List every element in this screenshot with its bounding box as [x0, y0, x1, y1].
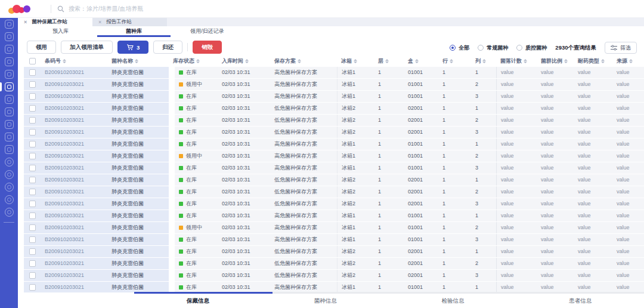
- row-checkbox[interactable]: [29, 69, 36, 76]
- sort-icon[interactable]: [564, 59, 568, 63]
- row-checkbox[interactable]: [29, 105, 36, 112]
- search-input[interactable]: 搜索：涂片/培养皿/血培养瓶: [57, 4, 144, 14]
- table-row[interactable]: B200910203021肺炎克雷伯菌在库02/03 10:31高危菌种保存方案…: [24, 67, 644, 78]
- sort-icon[interactable]: [135, 59, 138, 63]
- table-row[interactable]: B200910203021肺炎克雷伯菌在库02/03 10:31低危菌种保存方案…: [24, 115, 644, 126]
- table-row[interactable]: B200910203021肺炎克雷伯菌在库02/03 10:31低危菌种保存方案…: [24, 127, 644, 138]
- sort-icon[interactable]: [601, 59, 605, 63]
- row-checkbox[interactable]: [29, 284, 36, 291]
- column-header-10[interactable]: 列: [471, 55, 496, 67]
- column-header-3[interactable]: 库存状态: [169, 55, 218, 67]
- subtab-strain-library[interactable]: 菌种库: [97, 26, 171, 37]
- sort-icon[interactable]: [415, 59, 419, 63]
- tab-report-workstation[interactable]: × 报告工作站: [92, 18, 167, 26]
- subtab-pre-inbound[interactable]: 预入库: [24, 26, 97, 37]
- sidebar-item-image[interactable]: [0, 56, 18, 68]
- footer-tab-patient-info[interactable]: 患者信息: [516, 294, 644, 308]
- sidebar-item-message[interactable]: [0, 168, 18, 181]
- row-checkbox[interactable]: [29, 129, 36, 135]
- close-icon[interactable]: ×: [24, 20, 27, 25]
- close-icon[interactable]: ×: [98, 20, 101, 25]
- column-header-8[interactable]: 盒: [404, 55, 438, 67]
- sort-icon[interactable]: [450, 59, 453, 63]
- cart-button[interactable]: 3: [117, 41, 148, 54]
- sidebar-item-bell[interactable]: [0, 193, 18, 206]
- row-checkbox[interactable]: [29, 224, 36, 231]
- column-header-14[interactable]: 来源: [612, 55, 644, 67]
- table-row[interactable]: B200910203021肺炎克雷伯菌领用中02/03 10:31高危菌种保存方…: [24, 222, 644, 233]
- row-checkbox[interactable]: [29, 81, 36, 88]
- sidebar-item-chat-gear[interactable]: [0, 43, 18, 56]
- sidebar-item-doc-gear[interactable]: [0, 106, 18, 118]
- row-checkbox[interactable]: [29, 272, 36, 279]
- row-checkbox[interactable]: [29, 212, 36, 219]
- filter-button[interactable]: 筛选: [605, 42, 637, 54]
- radio-all[interactable]: 全部: [450, 44, 469, 52]
- sidebar-item-calculator[interactable]: [0, 131, 18, 143]
- sidebar-item-doc-chart[interactable]: [0, 143, 18, 156]
- column-header-5[interactable]: 保存方案: [270, 55, 337, 67]
- select-all-checkbox[interactable]: [29, 58, 36, 64]
- footer-tab-test-info[interactable]: 检验信息: [389, 294, 517, 308]
- column-header-12[interactable]: 菌群比例: [537, 55, 574, 67]
- column-header-6[interactable]: 冰箱: [337, 55, 374, 67]
- sort-icon[interactable]: [63, 59, 66, 63]
- table-row[interactable]: B200910203021肺炎克雷伯菌在库02/03 10:31低危菌种保存方案…: [24, 103, 644, 114]
- sort-icon[interactable]: [354, 59, 357, 63]
- column-header-7[interactable]: 层: [374, 55, 404, 67]
- table-row[interactable]: B200910203021肺炎克雷伯菌在库02/03 10:31低危菌种保存方案…: [24, 186, 644, 198]
- table-row[interactable]: B200910203021肺炎克雷伯菌在库02/03 10:31高危菌种保存方案…: [24, 162, 644, 174]
- row-checkbox[interactable]: [29, 177, 36, 183]
- row-checkbox[interactable]: [29, 165, 36, 171]
- table-row[interactable]: B200910203021肺炎克雷伯菌领用中02/03 10:31高危菌种保存方…: [24, 150, 644, 162]
- row-checkbox[interactable]: [29, 93, 36, 100]
- claim-button[interactable]: 领用: [27, 41, 56, 54]
- sort-icon[interactable]: [385, 59, 389, 63]
- row-checkbox[interactable]: [29, 260, 36, 267]
- row-checkbox[interactable]: [29, 153, 36, 159]
- row-checkbox[interactable]: [29, 248, 36, 255]
- footer-tab-strain-info[interactable]: 菌种信息: [262, 294, 389, 308]
- sort-icon[interactable]: [245, 59, 249, 63]
- table-row[interactable]: B200910203021肺炎克雷伯菌在库02/03 10:31高危菌种保存方案…: [24, 138, 644, 150]
- table-row[interactable]: B200910203021肺炎克雷伯菌领用中02/03 10:31高危菌种保存方…: [24, 79, 644, 90]
- table-row[interactable]: B200910203021肺炎克雷伯菌在库02/03 10:31低危菌种保存方案…: [24, 258, 644, 269]
- sidebar-item-task-check[interactable]: [0, 18, 18, 30]
- h-scrollbar-thumb[interactable]: [134, 292, 273, 294]
- sort-icon[interactable]: [629, 59, 633, 63]
- row-checkbox[interactable]: [29, 117, 36, 124]
- radio-qc-strains[interactable]: 质控菌种: [516, 44, 547, 52]
- destroy-button[interactable]: 销毁: [193, 41, 222, 54]
- table-row[interactable]: B200910203021肺炎克雷伯菌在库02/03 10:31低危菌种保存方案…: [24, 174, 644, 186]
- sidebar-item-disc[interactable]: [0, 93, 18, 106]
- sidebar-item-flask[interactable]: [0, 81, 18, 93]
- column-header-11[interactable]: 菌落计数: [496, 55, 537, 67]
- sidebar-item-id-badge[interactable]: [0, 68, 18, 81]
- sidebar-item-doc-search[interactable]: [0, 118, 18, 131]
- column-header-4[interactable]: 入库时间: [218, 55, 270, 67]
- table-row[interactable]: B200910203021肺炎克雷伯菌在库02/03 10:31高危菌种保存方案…: [24, 282, 644, 292]
- add-to-claim-list-button[interactable]: 加入领用清单: [61, 41, 113, 54]
- sidebar-item-headset[interactable]: [0, 156, 18, 168]
- return-button[interactable]: 归还: [153, 41, 182, 54]
- sort-icon[interactable]: [482, 59, 486, 63]
- table-row[interactable]: B200910203021肺炎克雷伯菌在库02/03 10:31低危菌种保存方案…: [24, 246, 644, 257]
- row-checkbox[interactable]: [29, 141, 36, 147]
- table-row[interactable]: B200910203021肺炎克雷伯菌在库02/03 10:31低危菌种保存方案…: [24, 198, 644, 210]
- column-header-1[interactable]: 条码号: [41, 55, 107, 67]
- sort-icon[interactable]: [298, 59, 301, 63]
- table-row[interactable]: B200910203021肺炎克雷伯菌在库02/03 10:31高危菌种保存方案…: [24, 91, 644, 102]
- sort-icon[interactable]: [524, 59, 527, 63]
- tab-strain-preservation-workstation[interactable]: × 菌种保藏工作站: [18, 18, 92, 26]
- row-checkbox[interactable]: [29, 189, 36, 195]
- sidebar-item-clock[interactable]: [0, 30, 18, 43]
- column-header-13[interactable]: 耐药类型: [574, 55, 612, 67]
- column-header-2[interactable]: 菌种名称: [107, 55, 169, 67]
- table-row[interactable]: B200910203021肺炎克雷伯菌在库02/03 10:31高危菌种保存方案…: [24, 210, 644, 221]
- footer-tab-preservation-info[interactable]: 保藏信息: [134, 294, 262, 308]
- table-row[interactable]: B200910203021肺炎克雷伯菌在库02/03 10:31高危菌种保存方案…: [24, 234, 644, 245]
- sidebar-item-archive[interactable]: [0, 181, 18, 193]
- column-header-9[interactable]: 行: [438, 55, 471, 67]
- subtab-claim-return-records[interactable]: 领用/归还记录: [171, 26, 244, 37]
- row-checkbox[interactable]: [29, 236, 36, 243]
